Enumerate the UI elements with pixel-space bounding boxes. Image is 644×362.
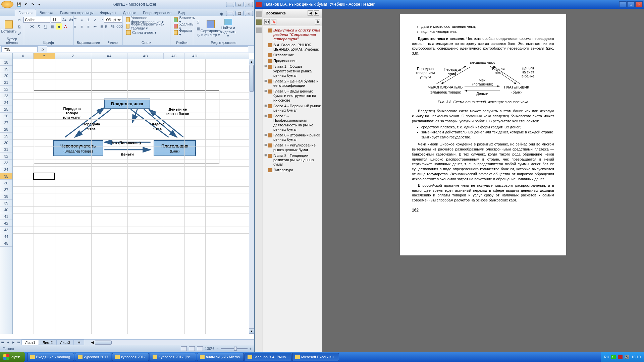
start-button[interactable]: пуск xyxy=(0,352,25,362)
row-header-25[interactable]: 25 xyxy=(0,106,12,113)
fill-color[interactable]: ◆ xyxy=(56,23,62,29)
align-left[interactable]: ≡ xyxy=(72,23,78,29)
row-header-37[interactable]: 37 xyxy=(0,186,12,193)
excel-minimize[interactable]: — xyxy=(226,2,234,7)
bm-delete[interactable]: 🗑 xyxy=(315,19,320,24)
bookmark-text[interactable]: В.А. Галанов. РЫНОК ЦЕННЫХ БУМАГ. Учебни… xyxy=(273,43,321,52)
align-mid[interactable]: ≡ xyxy=(79,17,85,23)
paste-button[interactable]: Вставить xyxy=(2,17,15,37)
find-select[interactable]: Найти и выделить ▾ xyxy=(220,19,236,38)
taskbar-item[interactable]: виды акций - Micros... xyxy=(197,353,244,361)
bookmark-expand[interactable] xyxy=(264,53,268,57)
grid-area[interactable]: XYZAAABACAD 1819202122232425262728293031… xyxy=(0,53,254,339)
italic-button[interactable]: К xyxy=(36,23,42,29)
language-indicator[interactable]: RU xyxy=(604,355,609,359)
sheet-next[interactable]: ▶ xyxy=(11,340,16,345)
page-viewer[interactable]: дата и место составления чека; подпись ч… xyxy=(322,9,644,352)
sheet-last[interactable]: ⏭ xyxy=(16,340,21,345)
cell-styles[interactable]: Стили ячеек ▾ xyxy=(125,29,158,36)
clock[interactable]: 16:10 xyxy=(631,355,641,359)
tab-insert[interactable]: Вставка xyxy=(36,9,57,16)
tab-pagelayout[interactable]: Разметка страницы xyxy=(57,9,97,16)
bookmark-text[interactable]: Глава 6 - Вторичный рынок ценных бумаг xyxy=(273,133,321,142)
taskbar-item[interactable]: Галанов В.А. Рыно... xyxy=(245,353,291,361)
cut-button[interactable]: ✂ xyxy=(16,17,22,23)
bookmark-expand[interactable]: ⊞ xyxy=(264,133,268,142)
tab-review[interactable]: Рецензирование xyxy=(140,9,175,16)
taskbar-item[interactable]: курсовая 2017 xyxy=(75,353,112,361)
bookmark-expand[interactable]: ⊞ xyxy=(264,104,268,113)
select-all[interactable] xyxy=(0,53,13,59)
workbook-restore[interactable]: ❐ xyxy=(235,11,244,16)
row-header-42[interactable]: 42 xyxy=(0,220,12,227)
row-header-31[interactable]: 31 xyxy=(0,146,12,153)
tab-home[interactable]: Главная xyxy=(15,9,36,16)
bookmark-item[interactable]: ⊞Глава 1 - Общая характеристика рынка це… xyxy=(264,64,321,78)
hscroll[interactable]: ◀ xyxy=(91,340,254,345)
sheet-tab-1[interactable]: Лист1 xyxy=(21,340,39,345)
sheet-new[interactable]: ✻ xyxy=(74,340,84,346)
copy-button[interactable]: ⎘ xyxy=(16,24,22,30)
ribbon-help[interactable]: ◉ xyxy=(220,12,223,16)
sheet-first[interactable]: ⏮ xyxy=(0,340,5,345)
adobe-close[interactable]: ✕ xyxy=(635,1,643,7)
excel-maximize[interactable]: □ xyxy=(235,2,244,7)
bookmark-item[interactable]: ⊞Глава 6 - Вторичный рынок ценных бумаг xyxy=(264,132,321,142)
zoom-in[interactable]: + xyxy=(250,347,252,351)
bookmark-expand[interactable]: ⊞ xyxy=(264,89,268,103)
format-painter[interactable]: 🖌 xyxy=(16,31,22,37)
row-header-41[interactable]: 41 xyxy=(0,213,12,220)
row-header-18[interactable]: 18 xyxy=(0,59,12,66)
qat-dropdown[interactable]: ▾ xyxy=(36,1,42,7)
row-header-28[interactable]: 28 xyxy=(0,126,12,133)
workbook-minimize[interactable]: — xyxy=(226,11,234,16)
tab-formulas[interactable]: Формулы xyxy=(97,9,120,16)
bookmark-item[interactable]: ⊞Глава 5 - Профессиональная деятельность… xyxy=(264,113,321,132)
fx-button[interactable]: fx xyxy=(39,46,47,52)
col-header-X[interactable]: X xyxy=(13,53,34,59)
bold-button[interactable]: Ж xyxy=(29,23,35,29)
autosum[interactable]: Σ xyxy=(195,19,201,25)
row-header-30[interactable]: 30 xyxy=(0,139,12,146)
bm-collapse[interactable]: ◀ xyxy=(308,10,313,16)
row-header-44[interactable]: 44 xyxy=(0,233,12,240)
row-header-36[interactable]: 36 xyxy=(0,180,12,186)
workbook-close[interactable]: ✕ xyxy=(245,11,253,16)
vscroll[interactable]: ▲ ▼ xyxy=(249,59,254,334)
underline-button[interactable]: Ч xyxy=(43,23,49,29)
bookmark-text[interactable]: Глава 3 - Виды ценных бумаг и инструмент… xyxy=(273,89,321,103)
bookmark-text[interactable]: Литература xyxy=(273,168,321,172)
zoom-slider[interactable] xyxy=(221,348,248,349)
view-normal[interactable] xyxy=(181,346,187,351)
sheet-tab-3[interactable]: Лист3 xyxy=(56,340,74,345)
active-cell[interactable] xyxy=(33,173,55,180)
vscroll-down[interactable]: ▼ xyxy=(249,328,254,334)
col-header-AB[interactable]: AB xyxy=(127,53,164,59)
bookmark-expand[interactable] xyxy=(264,43,268,52)
bookmark-item[interactable]: Оглавление xyxy=(264,52,321,58)
bookmark-text[interactable]: Глава 1 - Общая характеристика рынка цен… xyxy=(273,64,321,78)
row-header-38[interactable]: 38 xyxy=(0,193,12,200)
name-box[interactable]: Y35 xyxy=(1,46,38,52)
increase-font[interactable]: A▴ xyxy=(62,17,68,23)
bookmark-item[interactable]: ⊞Глава 4 - Первичный рынок ценных бумаг xyxy=(264,103,321,113)
tab-data[interactable]: Данные xyxy=(119,9,140,16)
bm-close[interactable]: ▶ xyxy=(314,10,319,16)
formula-input[interactable] xyxy=(47,46,248,52)
row-header-21[interactable]: 21 xyxy=(0,79,12,86)
row-header-26[interactable]: 26 xyxy=(0,113,12,119)
bookmark-item[interactable]: В.А. Галанов. РЫНОК ЦЕННЫХ БУМАГ. Учебни… xyxy=(264,42,321,52)
bookmark-text[interactable]: Глава 7 - Регулирование рынка ценных бум… xyxy=(273,143,321,152)
align-bot[interactable]: ⊥ xyxy=(86,17,92,23)
row-header-23[interactable]: 23 xyxy=(0,93,12,99)
tab-view[interactable]: Вид xyxy=(175,9,188,16)
row-header-22[interactable]: 22 xyxy=(0,86,12,93)
row-header-33[interactable]: 33 xyxy=(0,160,12,166)
row-header-39[interactable]: 39 xyxy=(0,200,12,206)
taskbar-item[interactable]: Входящие - marinag... xyxy=(27,353,74,361)
font-name-combo[interactable]: Calibri xyxy=(23,17,50,23)
qat-save[interactable]: 💾 xyxy=(16,1,22,7)
bookmark-item[interactable]: ⊞Глава 2 - Ценная бумага и ее классифика… xyxy=(264,78,321,88)
qat-redo[interactable]: ↷ xyxy=(30,1,36,7)
bookmark-item[interactable]: Литература xyxy=(264,167,321,173)
